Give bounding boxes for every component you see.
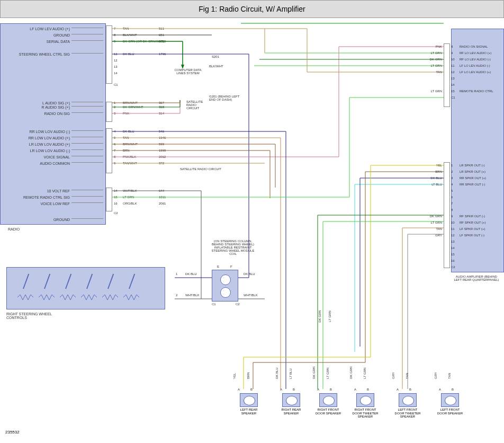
speaker-name: LEFT FRONT DOOR TWEETER SPEAKER — [394, 408, 421, 419]
speaker: LEFT FRONT DOOR SPEAKER — [437, 393, 463, 414]
speaker-name: RIGHT FRONT DOOR TWEETER SPEAKER — [352, 408, 379, 419]
speaker-icon — [282, 393, 300, 407]
spk-term-a: A — [397, 388, 399, 391]
speaker-icon — [319, 393, 337, 407]
coil-label: (ON STEERING COLUMN, BEHIND STEERING WHE… — [209, 240, 257, 255]
amp-pin: 2 — [451, 170, 453, 173]
amp-pin: 8 — [451, 45, 453, 48]
speaker: RIGHT REAR SPEAKER — [278, 393, 304, 414]
amp-pin: C2 — [451, 265, 455, 269]
amp-wire: PNK — [424, 45, 442, 48]
coil-pin1: 1 — [176, 272, 177, 276]
amp-func: LF SPKR OUT (-) — [460, 234, 484, 237]
spk-term-a: A — [238, 388, 240, 391]
spk-wire-a: GRY — [434, 372, 437, 379]
amp-wire: LT GRN — [424, 51, 442, 55]
spk-wire-a: YEL — [233, 373, 236, 379]
title-bar: Fig 1: Radio Circuit, W/ Amplifier — [0, 0, 504, 18]
amp-func: RF SPKR OUT (+) — [460, 221, 485, 224]
spk-wire-a: GRY — [392, 372, 395, 379]
speaker-name: RIGHT REAR SPEAKER — [278, 408, 304, 415]
amp-conn-c1 — [444, 43, 450, 107]
speaker-icon — [399, 393, 417, 407]
amp-pin: 9 — [451, 215, 453, 218]
amp-pin: 12 — [451, 70, 455, 74]
vert-dkgrn: DK GRN — [318, 310, 321, 322]
coil-br: WHT/BLK — [244, 294, 258, 297]
coil-bl: WHT/BLK — [185, 294, 200, 297]
speaker-icon — [356, 393, 374, 407]
amp-wire: LT GRN — [424, 64, 442, 67]
coil-f: F — [230, 265, 232, 268]
amp-wire: LT BLU — [424, 183, 442, 186]
spk-wire-b: TAN — [406, 373, 409, 379]
amp-pin: 14 — [451, 246, 455, 250]
amp-wire: BRN — [424, 170, 442, 173]
spk-term-b: B — [367, 388, 369, 391]
amp-func: LF LO LEV AUDIO (-) — [460, 64, 490, 67]
title: Fig 1: Radio Circuit, W/ Amplifier — [199, 5, 305, 13]
speaker-name: RIGHT FRONT DOOR SPEAKER — [315, 408, 341, 415]
amp-func: LF LO LEV AUDIO (+) — [460, 70, 491, 74]
amp-func: RF LO LEV AUDIO (+) — [460, 51, 491, 55]
amp-func: LF SPKR OUT (+) — [460, 227, 485, 231]
amp-pin: 15 — [451, 253, 455, 256]
coil-pin2: 2 — [176, 294, 177, 297]
amp-pin: 10 — [451, 221, 455, 224]
amp-wire: TAN — [424, 227, 442, 231]
spk-term-a: A — [317, 388, 319, 391]
amp-wire: DK GRN — [424, 58, 442, 61]
amp-wire: GRY — [424, 234, 442, 237]
amp-pin: 5 — [451, 189, 453, 192]
spk-wire-b: LT GRN — [326, 368, 329, 379]
amp-pin: 4 — [451, 183, 453, 186]
amp-pin: 11 — [451, 227, 455, 231]
vert-ltgrn: LT GRN — [328, 311, 331, 322]
amp-pin: 3 — [451, 176, 453, 180]
svg-marker-4 — [181, 65, 184, 69]
spk-term-b: B — [293, 388, 295, 391]
speaker-name: LEFT REAR SPEAKER — [236, 408, 262, 415]
spk-wire-b: LT GRN — [363, 368, 366, 379]
speaker: LEFT FRONT DOOR TWEETER SPEAKER — [394, 393, 421, 414]
coil-tr: DK BLU — [244, 272, 255, 276]
amp-pin: 9 — [451, 51, 453, 55]
spk-term-b: B — [409, 388, 411, 391]
coil-c2: C2 — [236, 303, 240, 306]
amp-pin: 8 — [451, 208, 453, 211]
amp-wire: YEL — [424, 164, 442, 167]
spk-wire-b: LT BLU — [289, 368, 292, 379]
coil-tl: DK BLU — [185, 272, 197, 276]
coil-e: E — [217, 265, 219, 268]
spk-wire-a: DK BLU — [275, 367, 278, 379]
amp-pin: 16 — [451, 259, 455, 262]
amp-pin: 15 — [451, 90, 455, 93]
switch-label: RIGHT STEERING WHEEL CONTROLS — [6, 312, 54, 320]
wiring-diagram: RADIO LF LOW LEV AUDIO (+)GROUNDSERIAL D… — [0, 18, 504, 437]
speaker: RIGHT FRONT DOOR SPEAKER — [315, 393, 341, 414]
amp-pin: C1 — [451, 96, 455, 99]
spk-term-a: A — [439, 388, 441, 391]
amp-func: LR SPKR OUT (-) — [460, 164, 485, 167]
amp-func: RF SPKR OUT (-) — [460, 215, 485, 218]
amp-label: AUDIO AMPLIFIER (BEHIND LEFT REAR QUARTE… — [453, 275, 500, 281]
amp-pin: 7 — [451, 202, 453, 205]
spk-wire-a: DK GRN — [312, 367, 316, 379]
amp-wire: DK GRN — [424, 215, 442, 218]
steering-switch-box — [6, 267, 165, 309]
amp-func: RR SPKR OUT (-) — [460, 183, 485, 186]
amp-func: RADIO ON SIGNAL — [460, 45, 488, 48]
amp-func: RF LO LEV AUDIO (-) — [460, 58, 491, 61]
coil-module — [212, 270, 238, 302]
amp-pin: 13 — [451, 77, 455, 80]
speaker-name: LEFT FRONT DOOR SPEAKER — [437, 408, 463, 415]
amp-func: LR SPKR OUT (+) — [460, 170, 485, 173]
coil-c1: C1 — [212, 303, 216, 306]
speaker: RIGHT FRONT DOOR TWEETER SPEAKER — [352, 393, 379, 414]
spk-wire-b: BRN — [247, 372, 250, 379]
amp-pin: 14 — [451, 83, 455, 86]
amp-pin: 12 — [451, 234, 455, 237]
amp-wire: LT GRN — [424, 90, 442, 93]
amp-pin: 13 — [451, 240, 455, 243]
amp-pin: 10 — [451, 58, 455, 61]
